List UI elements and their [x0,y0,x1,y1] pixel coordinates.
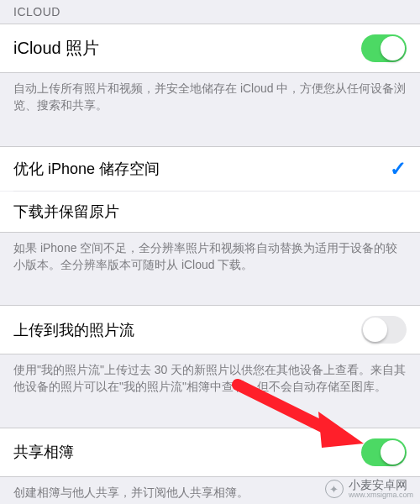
section-gap [0,406,420,428]
photo-stream-label: 上传到我的照片流 [13,320,134,340]
optimize-storage-label: 优化 iPhone 储存空间 [13,159,160,179]
section-header-icloud: ICLOUD [0,0,420,24]
shared-albums-toggle[interactable] [361,438,407,466]
icloud-photos-footer: 自动上传所有照片和视频，并安全地储存在 iCloud 中，方便您从任何设备浏览、… [0,73,420,124]
optimize-storage-row[interactable]: 优化 iPhone 储存空间 ✓ [0,147,420,191]
section-gap [0,124,420,146]
shared-albums-footer: 创建相簿与他人共享，并订阅他人共享相簿。 [0,477,420,504]
icloud-photos-label: iCloud 照片 [13,37,99,60]
photo-stream-footer: 使用"我的照片流"上传过去 30 天的新照片以供您在其他设备上查看。来自其他设备… [0,354,420,406]
icloud-photos-toggle[interactable] [361,34,407,62]
shared-albums-row[interactable]: 共享相簿 [0,428,420,476]
download-originals-row[interactable]: 下载并保留原片 [0,192,420,232]
download-originals-label: 下载并保留原片 [13,202,119,222]
photo-stream-row[interactable]: 上传到我的照片流 [0,306,420,354]
icloud-photos-row[interactable]: iCloud 照片 [0,24,420,72]
photo-stream-toggle[interactable] [361,316,407,344]
shared-albums-label: 共享相簿 [13,442,74,462]
checkmark-icon: ✓ [390,157,407,181]
storage-footer: 如果 iPhone 空间不足，全分辨率照片和视频将自动替换为适用于设备的较小版本… [0,233,420,284]
section-gap [0,283,420,305]
